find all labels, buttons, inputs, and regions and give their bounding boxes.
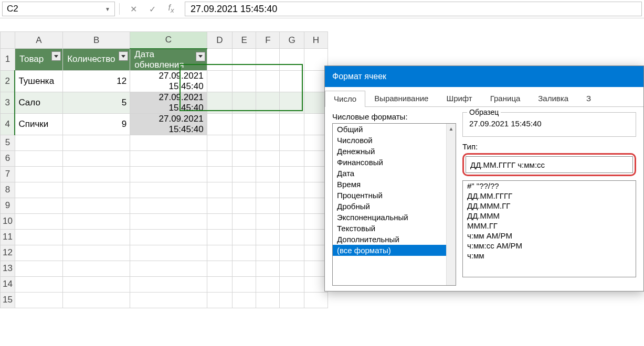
cell[interactable] xyxy=(130,182,207,198)
category-item[interactable]: Дополнительный xyxy=(333,234,456,245)
cell[interactable] xyxy=(207,150,232,166)
dialog-tab-0[interactable]: Число xyxy=(325,91,365,107)
row-header-5[interactable]: 5 xyxy=(1,135,15,150)
chevron-down-icon[interactable]: ▼ xyxy=(105,6,110,12)
format-code-item[interactable]: ч:мм:сс AM/PM xyxy=(463,241,636,251)
category-item[interactable]: Денежный xyxy=(333,146,456,157)
cell[interactable] xyxy=(63,245,130,261)
row-header-11[interactable]: 11 xyxy=(1,229,15,245)
cell[interactable] xyxy=(207,261,232,276)
cell[interactable] xyxy=(130,150,207,166)
number-categories-listbox[interactable]: ▲ ОбщийЧисловойДенежныйФинансовыйДатаВре… xyxy=(332,123,456,286)
cell[interactable] xyxy=(233,166,256,182)
cell[interactable] xyxy=(256,70,280,92)
cell[interactable] xyxy=(207,198,232,213)
cell[interactable]: Спички xyxy=(15,113,62,135)
row-header-15[interactable]: 15 xyxy=(1,292,15,308)
format-code-item[interactable]: МММ.ГГ xyxy=(463,221,636,231)
formula-input[interactable]: 27.09.2021 15:45:40 xyxy=(185,2,642,16)
cell[interactable] xyxy=(280,113,304,135)
category-item[interactable]: Общий xyxy=(333,124,456,135)
cell[interactable] xyxy=(130,166,207,182)
cell[interactable] xyxy=(15,135,62,150)
cell[interactable] xyxy=(207,113,232,135)
category-item[interactable]: Дата xyxy=(333,168,456,179)
cell[interactable] xyxy=(233,292,256,308)
cell[interactable] xyxy=(233,198,256,213)
dialog-tab-1[interactable]: Выравнивание xyxy=(365,90,437,106)
cell[interactable] xyxy=(233,49,256,71)
cell[interactable] xyxy=(130,276,207,292)
cell[interactable] xyxy=(280,92,304,113)
cell[interactable]: 27.09.2021 15:45:40 xyxy=(130,70,207,92)
cell[interactable] xyxy=(63,182,130,198)
category-item[interactable]: (все форматы) xyxy=(333,245,456,256)
format-code-item[interactable]: ДД.МММ.ГГ xyxy=(463,201,636,211)
cell[interactable] xyxy=(207,213,232,229)
cell[interactable] xyxy=(207,229,232,245)
cell[interactable] xyxy=(233,150,256,166)
cell[interactable] xyxy=(256,113,280,135)
format-code-item[interactable]: ч:мм AM/PM xyxy=(463,231,636,241)
cell[interactable] xyxy=(256,150,280,166)
cell[interactable] xyxy=(130,213,207,229)
cell[interactable]: 5 xyxy=(63,92,130,113)
scroll-up-icon[interactable]: ▲ xyxy=(447,124,456,133)
cell[interactable] xyxy=(207,135,232,150)
filter-dropdown-icon[interactable] xyxy=(196,52,205,61)
row-header-13[interactable]: 13 xyxy=(1,261,15,276)
cell[interactable] xyxy=(256,292,280,308)
cell[interactable] xyxy=(63,150,130,166)
category-item[interactable]: Время xyxy=(333,179,456,190)
cell[interactable] xyxy=(280,213,304,229)
category-item[interactable]: Дробный xyxy=(333,201,456,212)
table-header-cell[interactable]: Количество xyxy=(63,49,130,71)
row-header-1[interactable]: 1 xyxy=(1,49,15,71)
cell[interactable] xyxy=(15,292,62,308)
cell[interactable] xyxy=(207,182,232,198)
format-code-item[interactable]: ДД.ММ.ГГГГ xyxy=(463,191,636,201)
category-item[interactable]: Числовой xyxy=(333,135,456,146)
cell[interactable] xyxy=(207,292,232,308)
cell[interactable] xyxy=(63,135,130,150)
scrollbar[interactable]: ▲ xyxy=(446,124,456,285)
category-item[interactable]: Финансовый xyxy=(333,157,456,168)
format-code-item[interactable]: ДД.МММ xyxy=(463,211,636,221)
cell[interactable] xyxy=(256,198,280,213)
cell[interactable] xyxy=(280,261,304,276)
cell[interactable] xyxy=(15,213,62,229)
cell[interactable] xyxy=(233,182,256,198)
row-header-3[interactable]: 3 xyxy=(1,92,15,113)
cell[interactable]: 9 xyxy=(63,113,130,135)
cell[interactable] xyxy=(63,229,130,245)
column-header-E[interactable]: E xyxy=(233,32,256,49)
cell[interactable] xyxy=(280,276,304,292)
dialog-title-bar[interactable]: Формат ячеек xyxy=(325,66,643,87)
cell[interactable] xyxy=(130,292,207,308)
cell[interactable] xyxy=(233,113,256,135)
cell[interactable] xyxy=(207,245,232,261)
cell[interactable] xyxy=(280,229,304,245)
cell[interactable] xyxy=(256,92,280,113)
cell[interactable] xyxy=(233,261,256,276)
cell[interactable] xyxy=(233,245,256,261)
format-type-input[interactable] xyxy=(466,156,633,173)
cell[interactable] xyxy=(280,292,304,308)
cell[interactable] xyxy=(256,49,280,71)
cell[interactable]: 27.09.2021 15:45:40 xyxy=(130,113,207,135)
category-item[interactable]: Экспоненциальный xyxy=(333,212,456,223)
cell[interactable] xyxy=(233,70,256,92)
cell[interactable] xyxy=(130,245,207,261)
name-box[interactable]: C2 ▼ xyxy=(2,2,115,16)
cell[interactable] xyxy=(280,245,304,261)
cell[interactable] xyxy=(15,198,62,213)
category-item[interactable]: Текстовый xyxy=(333,223,456,234)
cell[interactable] xyxy=(256,229,280,245)
cell[interactable] xyxy=(256,213,280,229)
cell[interactable] xyxy=(15,182,62,198)
cell[interactable] xyxy=(280,49,304,71)
category-item[interactable]: Процентный xyxy=(333,190,456,201)
cell[interactable]: Сало xyxy=(15,92,62,113)
cell[interactable] xyxy=(256,276,280,292)
cell[interactable] xyxy=(280,182,304,198)
